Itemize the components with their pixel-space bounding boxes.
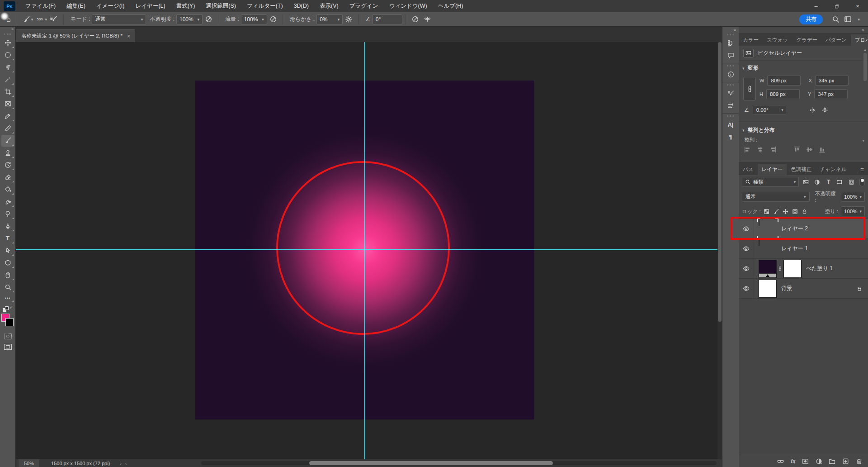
- lock-artboard-icon[interactable]: [792, 209, 798, 214]
- tab-gradients[interactable]: グラデー: [792, 34, 821, 46]
- frame-tool[interactable]: [1, 98, 14, 110]
- layer-name[interactable]: レイヤー 2: [781, 225, 808, 233]
- filter-adjustment-layers-button[interactable]: [813, 177, 821, 186]
- layer-name[interactable]: べた塗り 1: [806, 265, 833, 272]
- menu-item-view[interactable]: 表示(V): [314, 0, 344, 12]
- align-section-header[interactable]: ▾ 整列と分布: [739, 121, 868, 136]
- link-dimensions-button[interactable]: [743, 77, 756, 100]
- shape-tool[interactable]: [1, 257, 14, 269]
- new-adjustment-layer-button[interactable]: ▾: [816, 458, 822, 465]
- tool-preset-button[interactable]: ▾: [20, 16, 36, 23]
- expand-panels-button[interactable]: »: [739, 27, 868, 33]
- flip-horizontal-icon[interactable]: [809, 107, 816, 114]
- tab-layers[interactable]: レイヤー: [758, 164, 787, 175]
- restore-button[interactable]: [826, 0, 847, 12]
- tab-close-button[interactable]: ×: [127, 33, 130, 39]
- menu-item-type[interactable]: 書式(Y): [171, 0, 201, 12]
- spot-healing-brush-tool[interactable]: [1, 123, 14, 134]
- document-tab[interactable]: 名称未設定 1 @ 50% (レイヤー 2, RGB/8) * ×: [16, 29, 135, 42]
- workspace-button[interactable]: [844, 15, 852, 23]
- crop-tool[interactable]: [1, 86, 14, 98]
- layer-row-layer2[interactable]: レイヤー 2: [739, 219, 868, 239]
- minimize-button[interactable]: –: [806, 0, 826, 12]
- search-button[interactable]: [832, 15, 840, 23]
- menu-item-select[interactable]: 選択範囲(S): [200, 0, 241, 12]
- symmetry-button[interactable]: [421, 16, 434, 23]
- size-pressure-button[interactable]: [409, 16, 421, 23]
- tab-properties[interactable]: プロパティ: [851, 34, 868, 46]
- layer-thumbnail[interactable]: [759, 220, 777, 238]
- tab-swatches[interactable]: スウォッ: [763, 34, 792, 46]
- horizontal-scrollbar[interactable]: [201, 461, 717, 465]
- delete-layer-button[interactable]: [856, 458, 863, 465]
- background-thumbnail[interactable]: [759, 280, 777, 298]
- tab-color[interactable]: カラー: [739, 34, 763, 46]
- flip-vertical-icon[interactable]: [821, 107, 828, 114]
- layer-style-button[interactable]: fx▾: [791, 458, 795, 464]
- filter-pixel-layers-button[interactable]: [802, 177, 810, 186]
- align-bottom-icon[interactable]: [819, 146, 826, 153]
- hand-tool[interactable]: [1, 269, 14, 281]
- character-panel-button[interactable]: A|: [724, 119, 737, 131]
- brush-settings-panel-button[interactable]: [724, 87, 737, 100]
- eyedropper-tool[interactable]: [1, 110, 14, 122]
- menu-item-layer[interactable]: レイヤー(L): [130, 0, 171, 12]
- layer-blend-mode-select[interactable]: 通常 ▾: [742, 192, 810, 202]
- scroll-up-arrow[interactable]: ▴: [863, 48, 867, 52]
- filter-smart-objects-button[interactable]: [847, 177, 856, 186]
- align-center-vertical-icon[interactable]: [806, 146, 813, 153]
- add-mask-button[interactable]: [802, 458, 809, 465]
- tab-patterns[interactable]: パターン: [821, 34, 851, 46]
- horizontal-scrollbar-thumb[interactable]: [309, 461, 553, 465]
- tab-channels[interactable]: チャンネル: [816, 164, 850, 175]
- status-prev-icon[interactable]: ‹: [125, 461, 127, 466]
- layer-opacity-field[interactable]: 100% ▾: [841, 192, 865, 202]
- zoom-level-field[interactable]: 50%: [19, 459, 39, 467]
- properties-scrollbar-thumb[interactable]: [863, 53, 867, 81]
- filter-toggle[interactable]: [859, 177, 865, 186]
- lock-all-icon[interactable]: [802, 209, 807, 214]
- strip-grip[interactable]: [727, 115, 734, 117]
- align-left-icon[interactable]: [744, 146, 751, 153]
- menu-item-plugins[interactable]: プラグイン: [344, 0, 384, 12]
- brush-tool[interactable]: [1, 135, 14, 147]
- brush-angle-field[interactable]: 0°: [373, 14, 402, 24]
- lock-position-icon[interactable]: [783, 209, 788, 214]
- panel-menu-icon[interactable]: ≡: [856, 164, 868, 175]
- smudge-tool[interactable]: [1, 196, 14, 208]
- layer-name[interactable]: 背景: [781, 285, 792, 292]
- zoom-tool[interactable]: [1, 281, 14, 293]
- lock-transparency-icon[interactable]: [764, 209, 769, 214]
- menu-item-3d[interactable]: 3D(D): [288, 0, 314, 12]
- path-selection-tool[interactable]: [1, 245, 14, 257]
- lock-pixels-icon[interactable]: [773, 209, 779, 214]
- info-panel-button[interactable]: [724, 68, 737, 81]
- toolbar-grip[interactable]: [4, 33, 11, 35]
- visibility-toggle[interactable]: [739, 279, 754, 298]
- filter-type-layers-button[interactable]: T: [824, 177, 833, 186]
- x-field[interactable]: 345 px: [815, 76, 849, 86]
- object-selection-tool[interactable]: [1, 74, 14, 86]
- layer-name[interactable]: レイヤー 1: [781, 245, 808, 253]
- smoothing-select[interactable]: 0%▾: [316, 14, 343, 24]
- fill-layer-thumbnail[interactable]: [759, 260, 777, 278]
- opacity-select[interactable]: 100%▾: [176, 14, 203, 24]
- menu-item-filter[interactable]: フィルター(T): [241, 0, 288, 12]
- blend-mode-select[interactable]: 通常▾: [92, 14, 146, 24]
- menu-item-image[interactable]: イメージ(I): [91, 0, 130, 12]
- smoothing-options-button[interactable]: [343, 16, 355, 23]
- screen-mode-button[interactable]: [4, 344, 12, 350]
- tab-paths[interactable]: パス: [739, 164, 758, 175]
- share-button[interactable]: 共有: [799, 14, 823, 24]
- vertical-scrollbar-thumb[interactable]: [718, 42, 722, 322]
- toggle-brush-settings-button[interactable]: [47, 15, 60, 23]
- edit-toolbar-button[interactable]: •••: [1, 294, 14, 303]
- transform-section-header[interactable]: ▾ 変形: [739, 61, 868, 74]
- align-center-horizontal-icon[interactable]: [757, 146, 764, 153]
- filter-shape-layers-button[interactable]: [835, 177, 844, 186]
- default-swap-colors[interactable]: ⇄: [3, 305, 13, 312]
- align-right-icon[interactable]: [769, 146, 776, 153]
- visibility-toggle[interactable]: [739, 259, 754, 278]
- airbrush-button[interactable]: [267, 16, 279, 23]
- lasso-tool[interactable]: [1, 62, 14, 73]
